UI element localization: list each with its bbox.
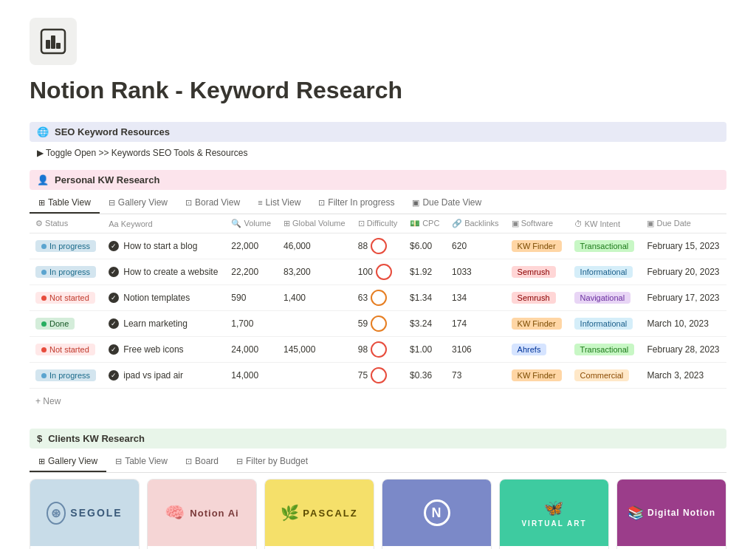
tab-clients-board[interactable]: ⊡ Board bbox=[176, 451, 227, 472]
table-row[interactable]: In progress ✓ ipad vs ipad air 14,000 75… bbox=[30, 363, 726, 389]
tab-list-view[interactable]: ≡ List View bbox=[249, 193, 309, 214]
personal-tab-bar: ⊞ Table View ⊟ Gallery View ⊡ Borad View… bbox=[30, 193, 726, 214]
app-logo bbox=[30, 18, 77, 65]
cell-difficulty: 98 bbox=[352, 337, 404, 363]
cell-intent: Commercial bbox=[568, 363, 642, 389]
tab-clients-board-label: Board bbox=[195, 456, 219, 466]
table-row[interactable]: In progress ✓ How to create a website 22… bbox=[30, 259, 726, 285]
col-status: ⚙ Status bbox=[30, 214, 103, 233]
tab-gallery-view[interactable]: ⊟ Gallery View bbox=[100, 193, 176, 214]
cell-intent: Transactional bbox=[568, 337, 642, 363]
tab-board-view[interactable]: ⊡ Borad View bbox=[176, 193, 249, 214]
board-icon-c: ⊡ bbox=[185, 457, 192, 466]
svg-rect-3 bbox=[56, 43, 61, 49]
col-volume: 🔍 Volume bbox=[225, 214, 278, 233]
card-image: 🧠Notion Ai bbox=[148, 480, 256, 546]
tab-clients-gallery[interactable]: ⊞ Gallery View bbox=[30, 451, 106, 472]
filter-icon: ⊡ bbox=[318, 198, 325, 208]
cell-keyword: ✓ How to start a blog bbox=[103, 233, 225, 259]
cell-intent: Informational bbox=[568, 311, 642, 337]
cell-duedate: February 28, 2023 bbox=[641, 337, 726, 363]
svg-rect-1 bbox=[46, 40, 50, 49]
cell-status: Not started bbox=[30, 337, 103, 363]
card-image: ⊛SEGOLE bbox=[30, 480, 139, 546]
col-keyword: Aa Keyword bbox=[103, 214, 225, 233]
tab-filter-inprogress[interactable]: ⊡ Filter In progress bbox=[309, 193, 403, 214]
tab-clients-table[interactable]: ⊟ Table View bbox=[106, 451, 176, 472]
tab-table-view[interactable]: ⊞ Table View bbox=[30, 193, 100, 214]
gallery-card[interactable]: ⊛SEGOLE 📋 Segole $10000 In progress bbox=[30, 479, 140, 549]
tab-filter-label: Filter In progress bbox=[328, 197, 394, 208]
table-row[interactable]: Not started ✓ Free web icons 24,000 145,… bbox=[30, 337, 726, 363]
tab-list-label: List View bbox=[266, 197, 301, 208]
dollar-icon: $ bbox=[37, 433, 42, 444]
toggle-row[interactable]: ▶ Toggle Open >> Keywords SEO Tools & Re… bbox=[30, 145, 726, 161]
gallery-card[interactable]: 🧠Notion Ai 📋 Notion AI $50000+ Not start… bbox=[147, 479, 257, 549]
cell-difficulty: 75 bbox=[352, 363, 404, 389]
gallery-icon-c: ⊞ bbox=[38, 457, 45, 466]
table-row[interactable]: In progress ✓ How to start a blog 22,000… bbox=[30, 233, 726, 259]
cell-volume: 22,200 bbox=[225, 259, 278, 285]
cell-volume: 590 bbox=[225, 285, 278, 311]
cell-duedate: February 15, 2023 bbox=[641, 233, 726, 259]
check-icon: ✓ bbox=[109, 241, 119, 251]
svg-rect-2 bbox=[51, 35, 55, 49]
tab-duedate-view[interactable]: ▣ Due Date View bbox=[403, 193, 490, 214]
cell-cpc: $3.24 bbox=[404, 311, 446, 337]
cell-status: In progress bbox=[30, 233, 103, 259]
gallery-card[interactable]: 📚Digital Notion 📋 Digital Notion $5000 I… bbox=[616, 479, 726, 549]
cell-status: Not started bbox=[30, 285, 103, 311]
keyword-table: ⚙ Status Aa Keyword 🔍 Volume ⊞ Global Vo… bbox=[30, 214, 726, 389]
cell-duedate: March 3, 2023 bbox=[641, 363, 726, 389]
cell-intent: Informational bbox=[568, 259, 642, 285]
col-backlinks: 🔗 Backlinks bbox=[446, 214, 506, 233]
table-icon: ⊞ bbox=[38, 198, 45, 208]
cell-backlinks: 3106 bbox=[446, 337, 506, 363]
clients-section-header: $ Clients KW Research bbox=[30, 429, 726, 449]
person-icon: 👤 bbox=[37, 174, 49, 185]
personal-section-label: Personal KW Research bbox=[55, 174, 159, 185]
new-row-button[interactable]: + New bbox=[30, 392, 726, 411]
cell-keyword: ✓ Notion templates bbox=[103, 285, 225, 311]
card-image: N bbox=[382, 480, 491, 546]
cell-cpc: $0.36 bbox=[404, 363, 446, 389]
gallery-card[interactable]: 🦋VIRTUAL ART 📋 Virtual Art $1000 Not sta… bbox=[499, 479, 609, 549]
cell-status: In progress bbox=[30, 363, 103, 389]
cell-intent: Navigational bbox=[568, 285, 642, 311]
cell-global-volume: 46,000 bbox=[278, 233, 352, 259]
cell-keyword: ✓ How to create a website bbox=[103, 259, 225, 285]
table-row[interactable]: Done ✓ Learn marketing 1,700 59 $3.24 17… bbox=[30, 311, 726, 337]
tab-clients-filter[interactable]: ⊟ Filter by Budget bbox=[227, 451, 317, 472]
table-icon-c: ⊟ bbox=[115, 457, 122, 466]
clients-tab-bar: ⊞ Gallery View ⊟ Table View ⊡ Board ⊟ Fi… bbox=[30, 451, 726, 473]
cell-cpc: $6.00 bbox=[404, 233, 446, 259]
check-icon: ✓ bbox=[109, 344, 119, 355]
tab-clients-gallery-label: Gallery View bbox=[48, 456, 97, 466]
tab-table-label: Table View bbox=[48, 197, 91, 208]
cell-volume: 14,000 bbox=[225, 363, 278, 389]
col-global-volume: ⊞ Global Volume bbox=[278, 214, 352, 233]
cell-software: KW Finder bbox=[506, 311, 568, 337]
gallery-card[interactable]: N 📋 Notion Brain $1000 In progress bbox=[382, 479, 492, 549]
cell-status: Done bbox=[30, 311, 103, 337]
cell-backlinks: 1033 bbox=[446, 259, 506, 285]
cell-volume: 1,700 bbox=[225, 311, 278, 337]
cell-backlinks: 174 bbox=[446, 311, 506, 337]
gallery-icon: ⊟ bbox=[109, 198, 115, 208]
personal-section-header: 👤 Personal KW Research bbox=[30, 170, 726, 190]
list-icon: ≡ bbox=[258, 198, 262, 207]
table-row[interactable]: Not started ✓ Notion templates 590 1,400… bbox=[30, 285, 726, 311]
gallery-card[interactable]: 🌿PASCALZ 📋 Pascalz $5000 Not started bbox=[264, 479, 374, 549]
check-icon: ✓ bbox=[109, 318, 119, 329]
check-icon: ✓ bbox=[109, 370, 119, 381]
col-duedate: ▣ Due Date bbox=[641, 214, 726, 233]
filter-icon-c: ⊟ bbox=[236, 457, 243, 466]
cell-global-volume: 1,400 bbox=[278, 285, 352, 311]
tab-gallery-label: Gallery View bbox=[118, 197, 168, 208]
col-difficulty: ⊡ Difficulty bbox=[352, 214, 404, 233]
cell-global-volume: 83,200 bbox=[278, 259, 352, 285]
seo-section-label: SEO Keyword Resources bbox=[55, 126, 170, 137]
cell-difficulty: 88 bbox=[352, 233, 404, 259]
col-intent: ⏱ KW Intent bbox=[568, 214, 642, 233]
col-software: ▣ Software bbox=[506, 214, 568, 233]
